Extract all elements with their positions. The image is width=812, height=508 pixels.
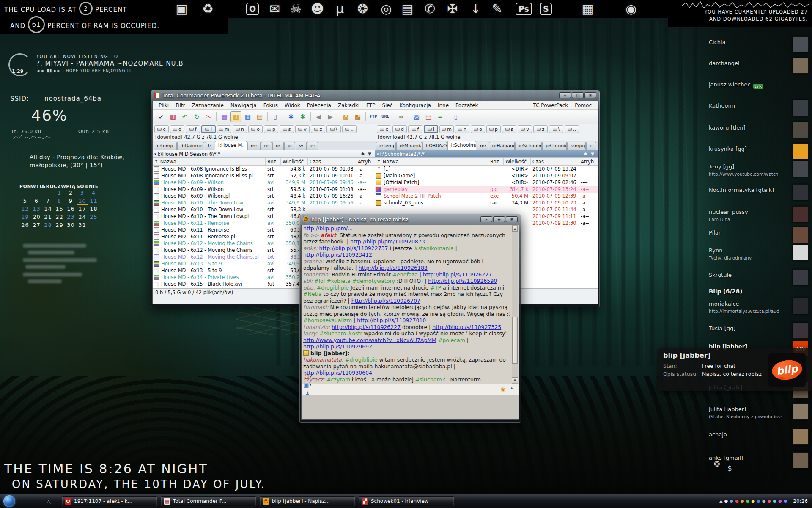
dollar-icon[interactable]: $ <box>727 464 732 472</box>
menu-item[interactable]: Polecenia <box>304 102 335 108</box>
menu-item[interactable]: Inne <box>434 102 452 108</box>
message-link[interactable]: http://blip.pl/s/110926590 <box>428 278 497 284</box>
contact-row[interactable]: krusynka [gg] <box>709 146 809 153</box>
tray-icon[interactable]: ● <box>751 499 755 503</box>
folder-tab[interactable]: f:OBRAZY <box>422 142 447 150</box>
path-dropdown-icon[interactable]: ▾ <box>154 152 156 156</box>
dropdown-arrow-icon[interactable]: ▾ <box>310 383 311 387</box>
file-row[interactable]: House MD - 6x10 - The Down Low srt 58,3 … <box>153 206 375 213</box>
drive-button[interactable]: m <box>439 125 454 133</box>
folder-tab[interactable]: c: <box>586 142 596 150</box>
maximize-button[interactable]: ▢ <box>572 92 584 98</box>
file-row[interactable]: House MD - 6x09 - Wilson avi 349,9 M 201… <box>153 179 375 186</box>
drive-button[interactable]: s <box>502 125 516 133</box>
task-irfanview[interactable]: ▞ Schowek01 - IrfanView <box>359 496 454 507</box>
message-link[interactable]: http://blip.pl/s/110929692 <box>303 343 372 350</box>
drive-button[interactable]: n <box>233 125 247 133</box>
menu-item[interactable]: Sieć <box>379 102 396 108</box>
header-size[interactable]: Wielkość <box>504 158 531 165</box>
toolbar-button[interactable]: URL <box>380 111 391 122</box>
folder-tab[interactable]: o: <box>272 142 283 150</box>
file-row[interactable]: House MD - 6x08 Ignorance Is Bliss srt 5… <box>153 166 375 172</box>
drive-button[interactable]: \ <box>326 125 341 133</box>
menu-item[interactable]: FTP <box>363 102 379 108</box>
header-attr[interactable]: Atryb <box>579 158 598 165</box>
drive-button[interactable]: p <box>486 125 501 133</box>
drive-button[interactable]: o <box>471 125 485 133</box>
quick-launch-icon[interactable]: △ <box>47 498 51 505</box>
toolbar-button[interactable]: ▦ <box>254 111 265 122</box>
toolbar-button[interactable]: ▦ <box>219 111 230 122</box>
message-input[interactable] <box>302 395 519 419</box>
tray-icon[interactable]: ● <box>757 499 760 503</box>
toolbar-button[interactable]: ✱ <box>285 111 296 122</box>
folder-tab[interactable]: d:Rainme <box>177 142 204 150</box>
chat-scrollbar[interactable]: ▲ ▼ <box>512 225 518 384</box>
menu-item[interactable]: Początek <box>452 102 481 108</box>
contact-row[interactable]: Tusia [gg] <box>709 325 809 333</box>
file-row[interactable]: gameplay jpg 314,7 k 2010-07-09 13:24 -a… <box>375 186 598 193</box>
drive-button[interactable]: l <box>201 125 216 133</box>
toolbar-button[interactable]: ▩ <box>352 111 363 122</box>
path-dropdown-icon[interactable]: ▾ <box>377 152 379 156</box>
header-ext[interactable]: Roz <box>266 158 281 165</box>
contact-row[interactable]: Pilar <box>709 229 809 237</box>
tray-icon[interactable]: ● <box>741 499 744 503</box>
recycle-bin-icon[interactable]: ♻ <box>202 1 214 17</box>
menu-item[interactable]: Fokus <box>260 102 281 108</box>
drive-button[interactable]: m <box>217 125 231 133</box>
toolbar-button[interactable]: ↶ <box>179 111 190 122</box>
minimize-button[interactable]: – <box>559 92 571 98</box>
toolbar-button[interactable]: ▤ <box>423 111 434 122</box>
tray-icon[interactable]: ● <box>767 499 771 503</box>
drive-button[interactable]: c <box>377 125 391 133</box>
message-link[interactable]: http://blip.pl/pm/... <box>303 225 353 232</box>
folder-tab[interactable]: l:House M. <box>215 141 247 150</box>
tray-icon[interactable]: ● <box>778 499 782 503</box>
path-bar[interactable]: ▾ l:\House M.D Season 6\*.* ✱ ▼ <box>153 150 375 158</box>
contact-row[interactable]: Rynn Tychy, dla odmiany. <box>709 247 809 260</box>
drive-button[interactable]: n <box>455 125 469 133</box>
wildcard-button[interactable]: ✱ <box>582 152 589 156</box>
cd-icon[interactable]: ◎ <box>381 1 392 17</box>
time-button[interactable]: ◉ <box>499 385 507 394</box>
contact-row[interactable]: darchangel <box>709 60 809 68</box>
menu-item[interactable]: TC PowerPack <box>530 102 572 108</box>
task-opera[interactable]: O 1917:1107 - afekt - k... <box>62 496 157 507</box>
contact-row[interactable]: kaworu [tlen] <box>709 124 809 132</box>
drive-button[interactable]: d <box>392 125 407 133</box>
utorrent-icon[interactable]: µ <box>336 1 344 17</box>
message-link[interactable]: http://www.youtube.com/watch?v=xNcxAU7Ap… <box>303 337 436 343</box>
toolbar-button[interactable]: ↻ <box>191 111 202 122</box>
contact-row[interactable]: moriakaice http://immortalys.wrzuta.pl/a… <box>709 301 809 314</box>
folder-tab[interactable]: p: <box>284 142 296 150</box>
toolbar-button[interactable]: ▩ <box>340 111 351 122</box>
folder-tab[interactable]: c:temp <box>376 142 396 150</box>
contact-row[interactable]: Katheonn <box>709 102 809 110</box>
menu-item[interactable]: Filtr <box>172 102 188 108</box>
contact-row[interactable]: Cichla <box>709 39 809 47</box>
gear-icon[interactable]: ❂ <box>714 460 720 468</box>
contact-row[interactable]: Skrętule <box>709 272 809 279</box>
task-blip[interactable]: ☺ blip [jabber] - Napisz... <box>260 496 355 507</box>
minimize-button[interactable]: – <box>480 216 492 222</box>
tray-icon[interactable]: ● <box>724 499 728 503</box>
tray-icon[interactable]: ● <box>784 499 787 503</box>
maximize-button[interactable]: + <box>493 216 505 222</box>
file-row[interactable]: 2010-07-09 11:44 -a-- <box>375 206 598 213</box>
contact-row[interactable]: achaja <box>709 431 809 439</box>
skull-icon[interactable]: ☠ <box>290 1 302 17</box>
drive-button[interactable]: .. <box>565 125 579 133</box>
folder-tab[interactable]: c:temp <box>154 142 177 150</box>
drive-button[interactable]: .. <box>342 125 357 133</box>
folder-tab[interactable]: n: <box>261 142 272 150</box>
drive-button[interactable]: z <box>533 125 548 133</box>
message-link[interactable]: http://blip.pl/s/110926707 <box>351 298 420 304</box>
drive-button[interactable]: o <box>248 125 263 133</box>
toolbar-button[interactable]: = <box>435 111 446 122</box>
toolbar-button[interactable]: FTP <box>368 111 379 122</box>
path-bar[interactable]: ▾ l:\Schoolmate2\*.* ✱ ▼ <box>375 150 598 158</box>
wildcard-button[interactable]: ✱ <box>359 152 366 156</box>
phone-icon[interactable]: ✆ <box>425 1 435 17</box>
drive-button[interactable]: c <box>154 125 169 133</box>
